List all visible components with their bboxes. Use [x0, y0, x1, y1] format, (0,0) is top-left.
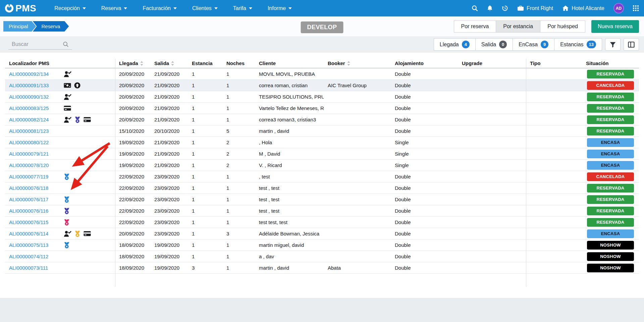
- advanced-filter-button[interactable]: [605, 38, 621, 51]
- reservation-link[interactable]: ALI00000081/123: [9, 128, 64, 134]
- workstation-selector[interactable]: Front Right: [517, 5, 553, 11]
- column-header-booker[interactable]: Booker: [324, 60, 391, 66]
- reservation-link[interactable]: ALI00000080/122: [9, 140, 64, 145]
- reservation-link[interactable]: ALI00000082/124: [9, 117, 64, 122]
- cell-estancia: 1: [188, 105, 222, 111]
- cell-salida: 23/09/2020: [150, 185, 188, 191]
- search-input[interactable]: [8, 39, 63, 49]
- apps-grid-icon[interactable]: [633, 5, 639, 11]
- app-logo[interactable]: PMS: [5, 3, 36, 14]
- filter-chip-llegada[interactable]: Llegada 4: [434, 38, 476, 51]
- filter-chip-encasa[interactable]: EnCasa 9: [513, 38, 554, 51]
- cell-situacion: CANCELADA: [582, 172, 639, 181]
- reservation-link[interactable]: ALI00000075/113: [9, 242, 64, 248]
- cell-salida: 23/09/2020: [150, 197, 188, 202]
- cell-salida: 21/09/2020: [150, 94, 188, 100]
- app-logo-text: PMS: [15, 3, 36, 14]
- menu-informe[interactable]: Informe: [268, 5, 292, 11]
- breadcrumb-item-principal[interactable]: Principal: [3, 21, 36, 32]
- reservation-link[interactable]: ALI00000074/112: [9, 254, 64, 259]
- menu-clientes[interactable]: Clientes: [192, 5, 218, 11]
- cell-localizador: ALI00000076/114: [5, 230, 115, 237]
- column-header-llegada[interactable]: Llegada: [115, 60, 150, 66]
- status-badge: ENCASA: [587, 138, 634, 147]
- cell-salida: 21/09/2020: [150, 71, 188, 77]
- cell-salida: 21/09/2020: [150, 105, 188, 111]
- cell-llegada: 20/09/2020: [115, 117, 150, 122]
- cell-localizador: ALI00000076/115: [5, 219, 115, 226]
- cell-situacion: ENCASA: [582, 229, 639, 238]
- cell-alojamiento: Double: [391, 105, 458, 111]
- reservation-link[interactable]: ALI00000077/119: [9, 174, 64, 179]
- cell-estancia: 1: [188, 174, 222, 179]
- user-avatar[interactable]: AD: [613, 3, 624, 13]
- status-badge: RESERVADA: [587, 104, 634, 113]
- reservation-link[interactable]: ALI00000092/134: [9, 71, 64, 77]
- reservation-link[interactable]: ALI00000073/111: [9, 265, 64, 271]
- filter-count-badge: 9: [541, 41, 548, 48]
- cell-salida: 21/09/2020: [150, 151, 188, 157]
- new-reservation-button[interactable]: Nueva reserva: [591, 20, 639, 33]
- chevron-down-icon: [288, 7, 292, 9]
- reservation-link[interactable]: ALI00000091/133: [9, 83, 64, 88]
- cell-cliente: , Hola: [255, 140, 324, 145]
- cell-llegada: 20/09/2020: [115, 231, 150, 236]
- reservation-link[interactable]: ALI00000076/118: [9, 185, 64, 191]
- cell-cliente: V. , Ricard: [255, 162, 324, 168]
- cell-cliente: martin , david: [255, 265, 324, 271]
- cell-salida: 21/09/2020: [150, 140, 188, 145]
- reservation-link[interactable]: ALI00000090/132: [9, 94, 64, 100]
- filter-count-badge: 4: [462, 41, 470, 48]
- cell-cliente: a , dav: [255, 254, 324, 259]
- reservation-link[interactable]: ALI00000076/114: [9, 231, 64, 236]
- hotel-selector[interactable]: Hotel Alicante: [562, 5, 604, 11]
- cell-llegada: 22/09/2020: [115, 185, 150, 191]
- cell-noches: 1: [222, 71, 255, 77]
- column-header-situación: Situación: [582, 60, 639, 66]
- chevron-down-icon: [124, 7, 127, 9]
- reservation-link[interactable]: ALI00000076/116: [9, 208, 64, 214]
- cell-cliente: correa roman, cristian: [255, 83, 324, 88]
- notifications-bell-icon[interactable]: [487, 5, 493, 11]
- menu-tarifa[interactable]: Tarifa: [233, 5, 252, 11]
- medal-yellow-icon: [74, 230, 80, 237]
- cell-llegada: 18/09/2020: [115, 242, 150, 248]
- menu-reserva[interactable]: Reserva: [101, 5, 127, 11]
- cell-llegada: 19/09/2020: [115, 151, 150, 157]
- cell-situacion: RESERVADA: [582, 104, 639, 113]
- filter-chip-salida[interactable]: Salida 0: [475, 38, 513, 51]
- cell-llegada: 20/09/2020: [115, 71, 150, 77]
- view-button-por-reserva[interactable]: Por reserva: [454, 20, 496, 33]
- cell-situacion: RESERVADA: [582, 127, 639, 136]
- cell-cliente: test , test: [255, 208, 324, 214]
- cell-noches: 1: [222, 174, 255, 179]
- column-header-cliente: Cliente: [255, 60, 324, 66]
- cell-llegada: 18/09/2020: [115, 254, 150, 259]
- menu-facturación[interactable]: Facturación: [143, 5, 177, 11]
- global-search-icon[interactable]: [472, 5, 478, 11]
- breadcrumb-item-reserva[interactable]: Reserva: [33, 21, 69, 32]
- table-row: ALI00000082/124 20/09/2020 21/09/2020 1 …: [5, 114, 639, 125]
- status-badge: NOSHOW: [587, 252, 634, 261]
- medal-pink-icon: [64, 219, 70, 226]
- reservation-link[interactable]: ALI00000078/120: [9, 162, 64, 168]
- reservation-link[interactable]: ALI00000076/117: [9, 197, 64, 202]
- column-header-salida[interactable]: Salida: [150, 60, 188, 66]
- cell-cliente: , test: [255, 174, 324, 179]
- table-row: ALI00000074/112 18/09/2020 19/09/2020 1 …: [5, 251, 639, 262]
- cell-localizador: ALI00000082/124: [5, 116, 115, 123]
- reservation-link[interactable]: ALI00000079/121: [9, 151, 64, 157]
- columns-settings-button[interactable]: [624, 38, 639, 51]
- history-icon[interactable]: [502, 5, 508, 11]
- menu-recepción[interactable]: Recepción: [54, 5, 86, 11]
- chevron-down-icon: [173, 7, 177, 9]
- reservation-link[interactable]: ALI00000076/115: [9, 219, 64, 225]
- table-row: ALI00000079/121 19/09/2020 21/09/2020 1 …: [5, 148, 639, 160]
- view-button-por-estancia[interactable]: Por estancia: [496, 20, 540, 33]
- reservation-link[interactable]: ALI00000083/125: [9, 105, 64, 111]
- table-row: ALI00000076/117 22/09/2020 23/09/2020 1 …: [5, 194, 639, 205]
- filter-chip-estancias[interactable]: Estancias 13: [554, 38, 602, 51]
- status-badge: RESERVADA: [587, 115, 634, 124]
- view-button-por-huésped[interactable]: Por huésped: [540, 20, 585, 33]
- workstation-label: Front Right: [527, 5, 553, 11]
